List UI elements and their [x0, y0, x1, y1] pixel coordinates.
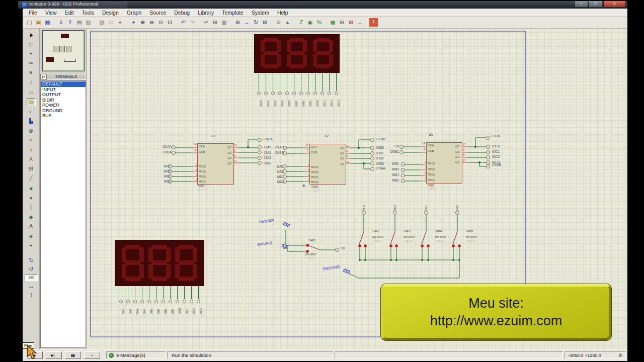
selection-pointer-mode[interactable]: ▶	[26, 29, 36, 40]
terminal-circle[interactable]	[257, 92, 261, 95]
mirror-x-icon[interactable]: ↔	[28, 283, 34, 290]
seven-segment-display-top[interactable]	[254, 34, 340, 73]
menu-item[interactable]: Help	[273, 10, 292, 16]
terminal-circle[interactable]	[197, 300, 200, 303]
wire-label-mode[interactable]: LBL	[27, 59, 36, 67]
terminal-type-item[interactable]: BUS	[41, 113, 86, 119]
block-delete[interactable]: ⊠	[261, 18, 269, 27]
switch-spdt[interactable]: SW4SW-SPDT<TEXT>	[435, 229, 466, 243]
menu-item[interactable]: Template	[218, 10, 248, 16]
terminal-type-item[interactable]: INPUT	[41, 87, 86, 93]
menu-item[interactable]: Edit	[61, 10, 78, 16]
terminal-circle[interactable]	[140, 300, 144, 303]
terminal-circle[interactable]	[183, 300, 186, 303]
component-ref[interactable]: U2	[325, 134, 329, 138]
block-move[interactable]: ↔	[243, 18, 251, 27]
voltage-probe-mode[interactable]: ↧	[27, 146, 36, 154]
2d-arc[interactable]: (	[27, 204, 36, 212]
menu-item[interactable]: Tools	[78, 10, 99, 16]
save-design[interactable]: ▦	[43, 18, 52, 27]
menu-item[interactable]: Graph	[123, 10, 145, 16]
block-rotate[interactable]: ↻	[252, 18, 260, 27]
toggle-grid[interactable]: ∷	[107, 18, 115, 27]
virtual-instruments-mode[interactable]: ⊟	[27, 165, 36, 173]
terminal-circle[interactable]	[285, 92, 289, 95]
2d-symbol[interactable]: ◈	[27, 232, 36, 240]
new-design[interactable]: ▢	[25, 18, 34, 27]
bus-mode[interactable]: ∕	[27, 78, 36, 86]
terminal-circle[interactable]	[176, 300, 179, 303]
redo[interactable]: ↷	[188, 18, 197, 27]
maximize-button[interactable]: □	[589, 1, 602, 8]
copy[interactable]: ⊞	[211, 18, 219, 27]
make-device[interactable]: ▲	[283, 18, 292, 27]
terminal-circle[interactable]	[306, 92, 310, 95]
pan-tool[interactable]: +	[129, 18, 138, 27]
current-probe-mode[interactable]: A	[27, 155, 36, 163]
terminal-circle[interactable]	[278, 92, 282, 95]
terminal-circle[interactable]	[133, 300, 137, 303]
terminal-circle[interactable]	[154, 300, 158, 303]
terminal-type-item[interactable]: DEFAULT	[41, 81, 86, 87]
export-section[interactable]: ⇑	[66, 18, 74, 27]
print-design[interactable]: ▤	[75, 18, 84, 27]
open-design[interactable]: ▣	[34, 18, 43, 27]
undo[interactable]: ↶	[179, 18, 188, 27]
seven-segment-display-bottom[interactable]	[115, 240, 204, 286]
component-ref[interactable]: SW1	[308, 238, 315, 242]
terminals-mode[interactable]: ⊙	[27, 98, 36, 106]
2d-text[interactable]: A	[27, 223, 36, 231]
menu-item[interactable]: Library	[194, 10, 218, 16]
pick-parts[interactable]: ⊙	[274, 18, 283, 27]
mirror-y-icon[interactable]: ↕	[30, 292, 33, 298]
terminal-circle[interactable]	[169, 300, 172, 303]
switch-spdt[interactable]: SW3SW-SPDT<TEXT>	[404, 229, 435, 243]
terminal-circle[interactable]	[328, 92, 331, 95]
terminal-type-item[interactable]: POWER	[41, 103, 86, 108]
remove-sheet[interactable]: ⊠	[347, 18, 355, 27]
terminal-circle[interactable]	[119, 300, 123, 303]
pause-button[interactable]: ▮▮	[65, 351, 81, 359]
terminal-type-item[interactable]: BIDIR	[41, 98, 86, 103]
terminal-type-item[interactable]: OUTPUT	[41, 92, 86, 98]
rotate-anticlockwise-icon[interactable]: ↺	[29, 266, 34, 273]
cut[interactable]: ✂	[202, 18, 210, 27]
junction-dot-mode[interactable]: +	[27, 50, 36, 58]
device-pins-mode[interactable]: o-	[27, 108, 36, 116]
pick-button[interactable]: P	[40, 74, 47, 80]
zoom-out[interactable]: ⊖	[147, 18, 156, 27]
stop-button[interactable]: ▪	[84, 351, 100, 359]
generator-mode[interactable]: ≈	[27, 136, 36, 144]
component-value[interactable]: 7490	[311, 185, 318, 189]
2d-marker[interactable]: +	[27, 242, 36, 250]
2d-circle[interactable]: ●	[27, 194, 36, 202]
menu-item[interactable]: Design	[98, 10, 123, 16]
component-value[interactable]: 7490	[427, 184, 434, 187]
terminal-circle[interactable]	[147, 300, 151, 303]
menu-item[interactable]: View	[41, 10, 61, 16]
close-button[interactable]: ×	[603, 1, 626, 8]
goto-sheet[interactable]: →	[356, 18, 364, 27]
terminal-circle[interactable]	[190, 300, 193, 303]
terminal-circle[interactable]	[162, 300, 165, 303]
component-ref[interactable]: U1	[429, 133, 433, 136]
component-value[interactable]: 7490	[197, 184, 204, 188]
terminal-circle[interactable]	[292, 92, 296, 95]
2d-box[interactable]: ■	[27, 185, 36, 193]
graph-mode[interactable]: ▙	[27, 117, 36, 125]
minimize-button[interactable]: –	[575, 1, 588, 8]
2d-path[interactable]: ◆	[27, 213, 36, 221]
terminal-type-item[interactable]: GROUND	[41, 108, 86, 114]
terminal-circle[interactable]	[299, 92, 303, 95]
terminal-circle[interactable]	[335, 92, 338, 95]
block-copy[interactable]: ⊞	[233, 18, 242, 27]
terminal-circle[interactable]	[126, 300, 130, 303]
sheet-settings[interactable]: ▧	[98, 18, 106, 27]
terminal-circle[interactable]	[313, 92, 317, 95]
switch-spdt[interactable]: SW5SW-SPDT<TEXT>	[466, 229, 497, 243]
component-mode[interactable]: ▷	[27, 40, 36, 48]
2d-line[interactable]: ╱	[27, 174, 36, 183]
message-log[interactable]: 9 Message(s)	[106, 351, 166, 359]
property-assignment-tool[interactable]: %	[315, 18, 324, 27]
terminal-circle[interactable]	[320, 92, 324, 95]
